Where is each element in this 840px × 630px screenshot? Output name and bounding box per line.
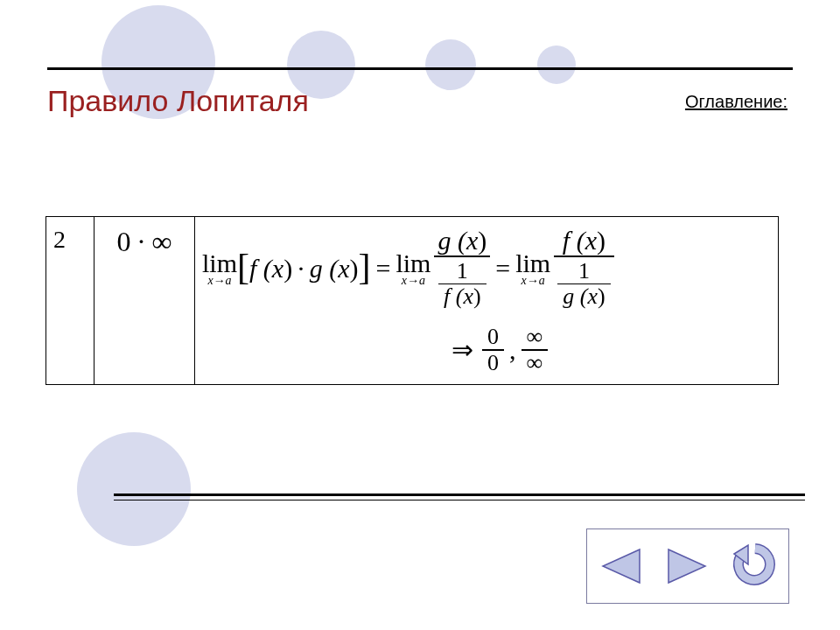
lim-label: lim [202, 250, 237, 276]
equation-table: 2 0 · ∞ lim x→a [ f (x) · g (x) ] = lim [46, 216, 779, 385]
row-number: 2 [46, 217, 94, 385]
return-button[interactable] [731, 542, 780, 591]
implies-icon: ⇒ [452, 334, 473, 365]
equation-cell: lim x→a [ f (x) · g (x) ] = lim x→a [195, 217, 779, 385]
svg-marker-1 [668, 550, 705, 583]
equals-2: = [495, 254, 510, 284]
indeterminate-form: 0 · ∞ [94, 217, 195, 385]
page-title: Правило Лопиталя [47, 84, 309, 118]
svg-marker-0 [603, 550, 640, 583]
lim-sub: x→a [207, 275, 231, 287]
next-button[interactable] [663, 546, 712, 586]
dot-op: · [298, 254, 304, 284]
prev-button[interactable] [596, 546, 645, 586]
toc-link[interactable]: Оглавление: [685, 92, 788, 112]
equals-1: = [376, 254, 391, 284]
nav-panel [586, 528, 789, 604]
